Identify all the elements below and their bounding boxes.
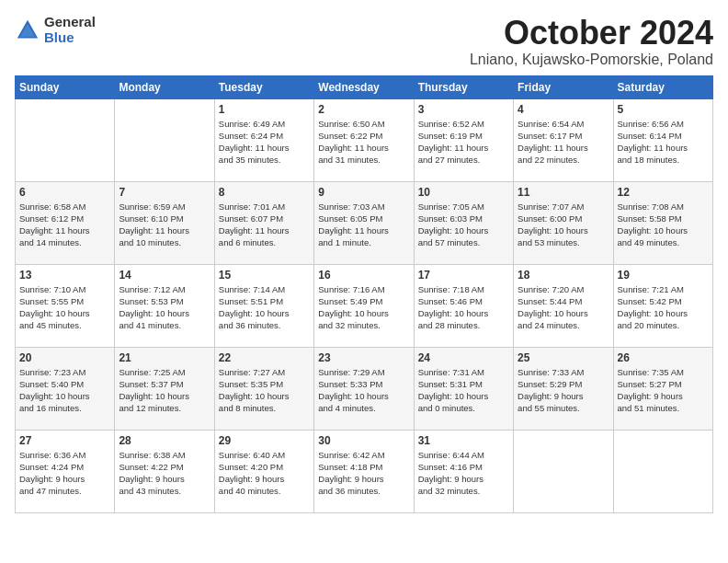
location: Lniano, Kujawsko-Pomorskie, Poland — [470, 52, 713, 68]
calendar-day — [16, 98, 115, 181]
calendar-day: 13Sunrise: 7:10 AM Sunset: 5:55 PM Dayli… — [16, 264, 115, 347]
calendar-week-3: 13Sunrise: 7:10 AM Sunset: 5:55 PM Dayli… — [16, 264, 713, 347]
day-info: Sunrise: 7:05 AM Sunset: 6:03 PM Dayligh… — [418, 201, 509, 249]
day-number: 23 — [318, 351, 409, 364]
calendar-day: 24Sunrise: 7:31 AM Sunset: 5:31 PM Dayli… — [414, 347, 513, 430]
calendar-day: 21Sunrise: 7:25 AM Sunset: 5:37 PM Dayli… — [115, 347, 214, 430]
day-number: 30 — [318, 434, 409, 447]
day-number: 24 — [418, 351, 509, 364]
day-info: Sunrise: 7:35 AM Sunset: 5:27 PM Dayligh… — [618, 366, 709, 415]
calendar-day: 3Sunrise: 6:52 AM Sunset: 6:19 PM Daylig… — [414, 98, 513, 181]
day-header-monday: Monday — [115, 75, 214, 98]
day-info: Sunrise: 6:58 AM Sunset: 6:12 PM Dayligh… — [19, 201, 110, 249]
calendar-day: 11Sunrise: 7:07 AM Sunset: 6:00 PM Dayli… — [514, 181, 613, 264]
calendar-day: 29Sunrise: 6:40 AM Sunset: 4:20 PM Dayli… — [214, 430, 313, 512]
day-info: Sunrise: 6:56 AM Sunset: 6:14 PM Dayligh… — [618, 118, 709, 167]
day-info: Sunrise: 6:50 AM Sunset: 6:22 PM Dayligh… — [318, 118, 409, 167]
calendar-day: 26Sunrise: 7:35 AM Sunset: 5:27 PM Dayli… — [613, 347, 712, 430]
calendar-day: 15Sunrise: 7:14 AM Sunset: 5:51 PM Dayli… — [214, 264, 313, 347]
calendar-day: 16Sunrise: 7:16 AM Sunset: 5:49 PM Dayli… — [314, 264, 414, 347]
logo-blue: Blue — [44, 30, 96, 46]
day-info: Sunrise: 6:40 AM Sunset: 4:20 PM Dayligh… — [219, 449, 310, 498]
calendar-day: 5Sunrise: 6:56 AM Sunset: 6:14 PM Daylig… — [613, 98, 712, 181]
calendar-day: 19Sunrise: 7:21 AM Sunset: 5:42 PM Dayli… — [613, 264, 712, 347]
day-header-tuesday: Tuesday — [214, 75, 313, 98]
day-info: Sunrise: 7:07 AM Sunset: 6:00 PM Dayligh… — [518, 201, 609, 249]
day-number: 15 — [219, 269, 310, 282]
day-info: Sunrise: 7:10 AM Sunset: 5:55 PM Dayligh… — [19, 283, 110, 332]
day-info: Sunrise: 7:21 AM Sunset: 5:42 PM Dayligh… — [618, 283, 709, 332]
day-number: 6 — [19, 186, 110, 199]
calendar-day: 2Sunrise: 6:50 AM Sunset: 6:22 PM Daylig… — [314, 98, 414, 181]
day-number: 22 — [219, 351, 310, 364]
day-number: 3 — [418, 103, 509, 116]
day-info: Sunrise: 7:33 AM Sunset: 5:29 PM Dayligh… — [518, 366, 609, 415]
calendar-day: 12Sunrise: 7:08 AM Sunset: 5:58 PM Dayli… — [613, 181, 712, 264]
day-number: 21 — [119, 351, 210, 364]
calendar-day: 23Sunrise: 7:29 AM Sunset: 5:33 PM Dayli… — [314, 347, 414, 430]
day-number: 18 — [518, 269, 609, 282]
day-number: 7 — [119, 186, 210, 199]
day-info: Sunrise: 6:36 AM Sunset: 4:24 PM Dayligh… — [19, 449, 110, 498]
calendar-day: 7Sunrise: 6:59 AM Sunset: 6:10 PM Daylig… — [115, 181, 214, 264]
day-info: Sunrise: 7:27 AM Sunset: 5:35 PM Dayligh… — [219, 366, 310, 415]
day-info: Sunrise: 6:54 AM Sunset: 6:17 PM Dayligh… — [518, 118, 609, 167]
day-number: 4 — [518, 103, 609, 116]
logo-icon — [15, 17, 40, 43]
day-number: 31 — [418, 434, 509, 447]
calendar-day: 28Sunrise: 6:38 AM Sunset: 4:22 PM Dayli… — [115, 430, 214, 512]
title-block: October 2024 Lniano, Kujawsko-Pomorskie,… — [470, 15, 713, 68]
calendar-day: 30Sunrise: 6:42 AM Sunset: 4:18 PM Dayli… — [314, 430, 414, 512]
day-info: Sunrise: 7:14 AM Sunset: 5:51 PM Dayligh… — [219, 283, 310, 332]
day-number: 25 — [518, 351, 609, 364]
day-number: 19 — [618, 269, 709, 282]
calendar-week-4: 20Sunrise: 7:23 AM Sunset: 5:40 PM Dayli… — [16, 347, 713, 430]
day-header-thursday: Thursday — [414, 75, 513, 98]
calendar-day — [115, 98, 214, 181]
day-number: 11 — [518, 186, 609, 199]
day-info: Sunrise: 7:23 AM Sunset: 5:40 PM Dayligh… — [19, 366, 110, 415]
day-number: 12 — [618, 186, 709, 199]
logo: General Blue — [15, 15, 96, 45]
page-header: General Blue October 2024 Lniano, Kujaws… — [15, 15, 713, 68]
logo-general: General — [44, 15, 96, 30]
day-info: Sunrise: 7:08 AM Sunset: 5:58 PM Dayligh… — [618, 201, 709, 249]
day-info: Sunrise: 6:52 AM Sunset: 6:19 PM Dayligh… — [418, 118, 509, 167]
day-info: Sunrise: 7:01 AM Sunset: 6:07 PM Dayligh… — [219, 201, 310, 249]
calendar-table: SundayMondayTuesdayWednesdayThursdayFrid… — [15, 75, 713, 513]
calendar-day — [613, 430, 712, 512]
calendar-day: 25Sunrise: 7:33 AM Sunset: 5:29 PM Dayli… — [514, 347, 613, 430]
day-number: 26 — [618, 351, 709, 364]
day-header-saturday: Saturday — [613, 75, 712, 98]
day-info: Sunrise: 6:49 AM Sunset: 6:24 PM Dayligh… — [219, 118, 310, 167]
calendar-day: 1Sunrise: 6:49 AM Sunset: 6:24 PM Daylig… — [214, 98, 313, 181]
calendar-day: 18Sunrise: 7:20 AM Sunset: 5:44 PM Dayli… — [514, 264, 613, 347]
day-number: 5 — [618, 103, 709, 116]
calendar-week-2: 6Sunrise: 6:58 AM Sunset: 6:12 PM Daylig… — [16, 181, 713, 264]
day-info: Sunrise: 7:03 AM Sunset: 6:05 PM Dayligh… — [318, 201, 409, 249]
calendar-day: 10Sunrise: 7:05 AM Sunset: 6:03 PM Dayli… — [414, 181, 513, 264]
day-info: Sunrise: 6:42 AM Sunset: 4:18 PM Dayligh… — [318, 449, 409, 498]
calendar-day: 31Sunrise: 6:44 AM Sunset: 4:16 PM Dayli… — [414, 430, 513, 512]
month-title: October 2024 — [470, 15, 713, 52]
day-number: 20 — [19, 351, 110, 364]
day-header-wednesday: Wednesday — [314, 75, 414, 98]
day-header-sunday: Sunday — [16, 75, 115, 98]
calendar-day: 14Sunrise: 7:12 AM Sunset: 5:53 PM Dayli… — [115, 264, 214, 347]
calendar-day: 17Sunrise: 7:18 AM Sunset: 5:46 PM Dayli… — [414, 264, 513, 347]
day-info: Sunrise: 7:25 AM Sunset: 5:37 PM Dayligh… — [119, 366, 210, 415]
calendar-day — [514, 430, 613, 512]
day-info: Sunrise: 7:18 AM Sunset: 5:46 PM Dayligh… — [418, 283, 509, 332]
calendar-week-1: 1Sunrise: 6:49 AM Sunset: 6:24 PM Daylig… — [16, 98, 713, 181]
day-number: 1 — [219, 103, 310, 116]
day-number: 27 — [19, 434, 110, 447]
day-number: 8 — [219, 186, 310, 199]
calendar-day: 6Sunrise: 6:58 AM Sunset: 6:12 PM Daylig… — [16, 181, 115, 264]
day-number: 16 — [318, 269, 409, 282]
day-number: 9 — [318, 186, 409, 199]
calendar-day: 22Sunrise: 7:27 AM Sunset: 5:35 PM Dayli… — [214, 347, 313, 430]
day-info: Sunrise: 7:31 AM Sunset: 5:31 PM Dayligh… — [418, 366, 509, 415]
calendar-day: 27Sunrise: 6:36 AM Sunset: 4:24 PM Dayli… — [16, 430, 115, 512]
day-info: Sunrise: 6:38 AM Sunset: 4:22 PM Dayligh… — [119, 449, 210, 498]
calendar-day: 20Sunrise: 7:23 AM Sunset: 5:40 PM Dayli… — [16, 347, 115, 430]
